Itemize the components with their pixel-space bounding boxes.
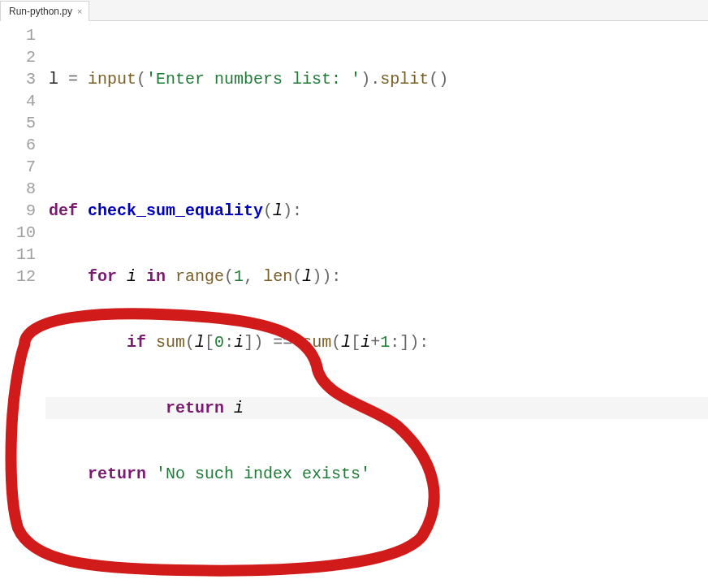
line-number: 12 <box>16 266 36 288</box>
line-number: 1 <box>16 24 36 46</box>
line-number: 8 <box>16 178 36 200</box>
code-area[interactable]: l = input('Enter numbers list: ').split(… <box>45 24 708 588</box>
code-line: l = input('Enter numbers list: ').split(… <box>45 68 708 90</box>
line-number: 7 <box>16 156 36 178</box>
editor-tab[interactable]: Run-python.py × <box>0 1 89 21</box>
line-number: 5 <box>16 112 36 134</box>
line-number: 2 <box>16 46 36 68</box>
editor-tab-bar: Run-python.py × <box>0 0 708 21</box>
code-line: for i in range(1, len(l)): <box>45 266 708 288</box>
code-line: if sum(l[0:i]) == sum(l[i+1:]): <box>45 331 708 353</box>
editor-tab-label: Run-python.py <box>9 6 72 17</box>
line-number: 3 <box>16 68 36 90</box>
code-line: return i <box>45 397 708 419</box>
code-editor[interactable]: 1 2 3 4 5 6 7 8 9 10 11 12 l = input('En… <box>0 21 708 588</box>
line-number: 6 <box>16 134 36 156</box>
line-number-gutter: 1 2 3 4 5 6 7 8 9 10 11 12 <box>0 24 45 588</box>
code-line: def check_sum_equality(l): <box>45 200 708 222</box>
close-icon[interactable]: × <box>77 6 82 16</box>
line-number: 9 <box>16 200 36 222</box>
code-line: return 'No such index exists' <box>45 463 708 485</box>
line-number: 10 <box>16 222 36 244</box>
line-number: 4 <box>16 90 36 112</box>
line-number: 11 <box>16 244 36 266</box>
code-line <box>45 529 708 551</box>
code-line <box>45 134 708 156</box>
